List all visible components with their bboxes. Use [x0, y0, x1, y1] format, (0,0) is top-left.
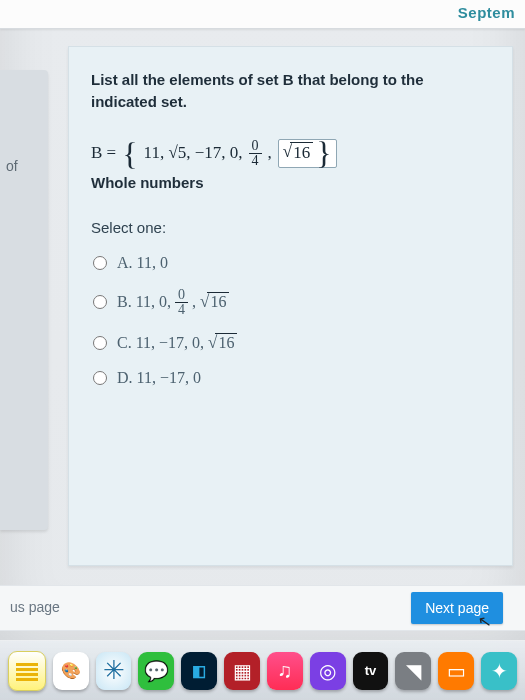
podcasts-icon[interactable]: ◎: [310, 652, 346, 690]
option-d-radio[interactable]: [93, 371, 107, 385]
screen: Septem of List all the elements of set B…: [0, 0, 525, 700]
previous-page-button[interactable]: us page: [0, 593, 70, 621]
question-card: List all the elements of set B that belo…: [68, 46, 513, 566]
sidebar-fragment: of: [6, 158, 18, 174]
app-icon[interactable]: ◥: [395, 652, 431, 690]
highlighted-element: √16 }: [278, 139, 337, 168]
option-letter: D.: [117, 369, 133, 387]
music-icon[interactable]: ♫: [267, 652, 303, 690]
option-text: 11, 0: [137, 254, 168, 272]
set-definition: B = { 11, √5, −17, 0, 0 4 , √16 }: [91, 139, 490, 168]
option-text: 11, −17, 0,: [136, 334, 204, 352]
app-icon[interactable]: ▦: [224, 652, 260, 690]
option-text: 11, 0,: [136, 293, 171, 311]
sqrt-icon: √16: [200, 292, 229, 312]
option-b-radio[interactable]: [93, 295, 107, 309]
app-icon[interactable]: 🎨: [53, 652, 89, 690]
quiz-sidebar: of: [0, 70, 48, 530]
fraction: 0 4: [175, 288, 188, 317]
app-icon[interactable]: ✦: [481, 652, 517, 690]
messages-icon[interactable]: 💬: [138, 652, 174, 690]
quiz-nav-bar: us page Next page: [0, 585, 525, 631]
select-one-label: Select one:: [91, 219, 490, 236]
option-d[interactable]: D. 11, −17, 0: [91, 361, 490, 395]
comma: ,: [268, 143, 272, 163]
option-c[interactable]: C. 11, −17, 0, √16: [91, 325, 490, 361]
sqrt-icon: √16: [283, 142, 313, 163]
safari-icon[interactable]: ✳: [96, 652, 132, 690]
subset-label: Whole numbers: [91, 174, 490, 191]
fraction: 0 4: [249, 139, 262, 168]
fraction-denominator: 4: [249, 154, 262, 168]
option-letter: A.: [117, 254, 133, 272]
option-letter: C.: [117, 334, 132, 352]
date-fragment: Septem: [458, 4, 515, 21]
macos-dock: 🎨 ✳ 💬 ◧ ▦ ♫ ◎ tv ◥ ▭ ✦: [0, 640, 525, 700]
sqrt-icon: √16: [208, 333, 237, 353]
fraction-numerator: 0: [249, 139, 262, 154]
set-label: B =: [91, 143, 116, 163]
apple-tv-icon[interactable]: tv: [353, 652, 389, 690]
set-elements-prefix: 11, √5, −17, 0,: [144, 143, 243, 163]
option-c-radio[interactable]: [93, 336, 107, 350]
option-text: 11, −17, 0: [137, 369, 201, 387]
option-b[interactable]: B. 11, 0, 0 4 , √16: [91, 280, 490, 325]
books-icon[interactable]: ▭: [438, 652, 474, 690]
app-icon[interactable]: ◧: [181, 652, 217, 690]
notes-app-icon[interactable]: [8, 651, 46, 691]
browser-chrome: Septem: [0, 0, 525, 29]
question-prompt: List all the elements of set B that belo…: [91, 69, 490, 113]
options-group: A. 11, 0 B. 11, 0, 0 4 , √16: [91, 246, 490, 395]
option-a[interactable]: A. 11, 0: [91, 246, 490, 280]
option-letter: B.: [117, 293, 132, 311]
option-a-radio[interactable]: [93, 256, 107, 270]
